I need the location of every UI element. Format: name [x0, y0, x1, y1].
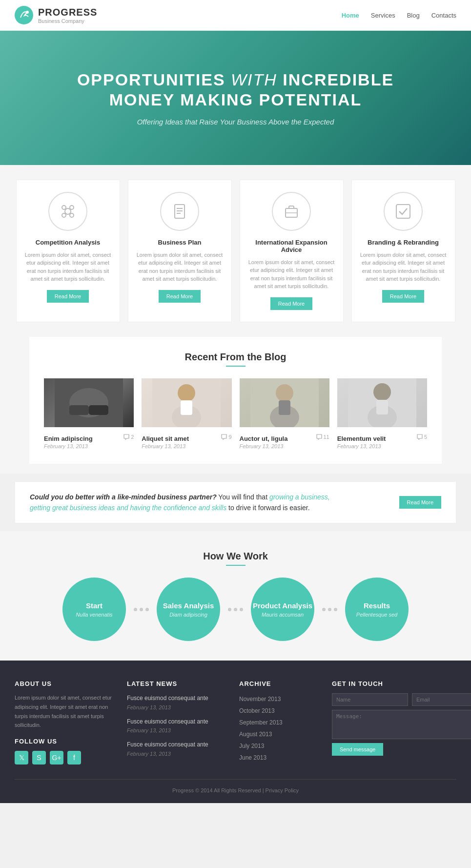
google-plus-icon[interactable]: G+: [50, 751, 63, 765]
document-icon: [171, 203, 188, 220]
contact-send-btn[interactable]: Send message: [332, 743, 383, 756]
how-divider: [226, 565, 246, 566]
archive-link-4[interactable]: August 2013: [239, 728, 317, 740]
site-header: PROGRESS Business Company Home Services …: [0, 0, 471, 31]
brand-name: PROGRESS: [38, 7, 97, 18]
service-title-1: Competition Analysis: [24, 239, 112, 246]
archive-link-5[interactable]: July 2013: [239, 740, 317, 752]
step-3: Product Analysis Mauris accumsan: [251, 578, 314, 641]
dots-1: [134, 608, 149, 611]
svg-rect-25: [279, 400, 290, 415]
footer-about: ABOUT US Lorem ipsum dolor sit amet, con…: [15, 680, 112, 765]
service-btn-1[interactable]: Read More: [47, 290, 89, 303]
svg-point-6: [70, 213, 74, 217]
site-footer: ABOUT US Lorem ipsum dolor sit amet, con…: [0, 661, 471, 803]
step-2-title: Sales Analysis: [163, 601, 214, 610]
services-grid: Competition Analysis Lorem ipsum dolor s…: [16, 180, 455, 322]
brand-sub: Business Company: [38, 18, 97, 24]
blog-image-2: [142, 378, 231, 427]
step-4-title: Results: [364, 601, 390, 610]
comment-icon-3: [316, 434, 322, 440]
service-desc-1: Lorem ipsum dolor sit amet, consect etur…: [24, 251, 112, 283]
service-btn-2[interactable]: Read More: [159, 290, 201, 303]
footer-bottom: Progress © 2014 All Rights Reserved | Pr…: [15, 779, 456, 793]
step-3-sub: Mauris accumsan: [262, 612, 304, 618]
news-item-1: Fusce euismod consequat ante February 13…: [127, 693, 225, 710]
service-btn-3[interactable]: Read More: [270, 297, 312, 310]
dot: [334, 608, 337, 611]
comment-icon-4: [417, 434, 423, 440]
blog-divider: [226, 366, 246, 367]
dot: [240, 608, 243, 611]
how-steps: Start Nulla venenatis Sales Analysis Dia…: [26, 578, 446, 641]
check-icon: [394, 203, 412, 220]
service-card-4: Branding & Rebranding Lorem ipsum dolor …: [351, 180, 455, 322]
archive-link-2[interactable]: October 2013: [239, 705, 317, 717]
person2-graphic: [250, 378, 319, 427]
contact-message-input[interactable]: [332, 710, 471, 739]
blog-date-2: February 13, 2013: [142, 443, 231, 449]
blog-comments-1: 2: [123, 434, 134, 440]
nav-home[interactable]: Home: [342, 12, 359, 19]
news-item-2: Fusce euismod consequat ante February 13…: [127, 717, 225, 734]
facebook-icon[interactable]: f: [67, 751, 81, 765]
svg-point-4: [70, 206, 74, 209]
service-desc-4: Lorem ipsum dolor sit amet, consect etur…: [360, 251, 447, 283]
hero-section: OPPORTUNITIES with INCREDIBLEMONEY MAKIN…: [0, 31, 471, 165]
social-icons: 𝕏 S G+ f: [15, 751, 112, 765]
news-date-3: February 13, 2013: [127, 751, 171, 757]
cta-btn[interactable]: Read More: [399, 496, 441, 509]
blog-title-1: Enim adipiscing: [44, 435, 93, 442]
blog-date-1: February 13, 2013: [44, 443, 134, 449]
handshake-graphic: [55, 378, 123, 427]
footer-archive: ARCHIVE November 2013 October 2013 Septe…: [239, 680, 317, 765]
svg-point-23: [276, 384, 293, 402]
blog-section: Recent From the Blog Enim adipiscing: [29, 337, 442, 464]
hero-subtext: Offering Ideas that Raise Your Business …: [137, 118, 334, 126]
blog-title-3: Auctor ut, ligula: [240, 435, 288, 442]
service-icon-circle-3: [272, 192, 311, 231]
blog-title-4: Elementum velit: [337, 435, 386, 442]
blog-image-4: [337, 378, 427, 427]
news-item-3: Fusce euismod consequat ante February 13…: [127, 740, 225, 757]
step-1-title: Start: [86, 601, 102, 610]
blog-section-title: Recent From the Blog: [44, 351, 427, 363]
contact-email-input[interactable]: [412, 693, 471, 706]
cta-text: Could you do better with a like-minded b…: [30, 492, 332, 514]
service-btn-4[interactable]: Read More: [382, 290, 424, 303]
gear-icon: [59, 203, 77, 220]
dots-3: [322, 608, 337, 611]
blog-card-1: Enim adipiscing 2 February 13, 2013: [44, 378, 134, 449]
nav-services[interactable]: Services: [371, 12, 395, 19]
step-2: Sales Analysis Diam adipiscing: [157, 578, 220, 641]
archive-link-6[interactable]: June 2013: [239, 752, 317, 764]
contact-name-email-row: [332, 693, 471, 706]
contact-name-input[interactable]: [332, 693, 408, 706]
dot: [228, 608, 231, 611]
contact-form: Send message: [332, 693, 471, 756]
svg-point-19: [178, 384, 195, 402]
blog-date-3: February 13, 2013: [240, 443, 329, 449]
step-2-sub: Diam adipiscing: [169, 612, 207, 618]
dot: [145, 608, 149, 611]
footer-copy: Progress © 2014 All Rights Reserved | Pr…: [172, 787, 299, 793]
news-text-1: Fusce euismod consequat ante: [127, 693, 225, 703]
nav-contacts[interactable]: Contacts: [431, 12, 456, 19]
service-title-4: Branding & Rebranding: [360, 239, 447, 246]
nav-blog[interactable]: Blog: [407, 12, 420, 19]
dot: [234, 608, 237, 611]
archive-link-3[interactable]: September 2013: [239, 717, 317, 728]
service-title-3: International Expansion Advice: [248, 239, 335, 253]
footer-archive-title: ARCHIVE: [239, 680, 317, 687]
logo: PROGRESS Business Company: [15, 6, 97, 24]
footer-follow-title: FOLLOW US: [15, 738, 112, 745]
archive-link-1[interactable]: November 2013: [239, 693, 317, 705]
svg-point-0: [15, 6, 33, 24]
service-icon-circle-1: [48, 192, 87, 231]
skype-icon[interactable]: S: [32, 751, 46, 765]
footer-contact: GET IN TOUCH Send message: [332, 680, 471, 765]
twitter-icon[interactable]: 𝕏: [15, 751, 28, 765]
service-card-3: International Expansion Advice Lorem ips…: [240, 180, 344, 322]
svg-rect-17: [89, 405, 108, 415]
services-section: Competition Analysis Lorem ipsum dolor s…: [0, 165, 471, 337]
